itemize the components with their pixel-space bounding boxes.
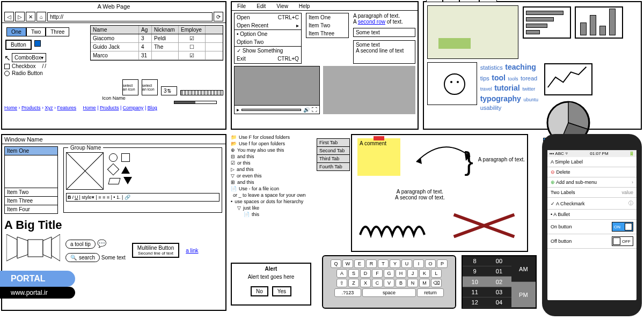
vtab[interactable]: Third Tab <box>317 154 350 163</box>
nav-link[interactable]: Blog <box>148 105 157 110</box>
col-age[interactable]: Ag <box>139 26 152 34</box>
key[interactable]: ⌫ <box>431 279 442 287</box>
button[interactable]: Button <box>5 40 32 50</box>
key[interactable]: H <box>396 269 406 278</box>
key[interactable]: V <box>384 279 394 287</box>
nav-link[interactable]: Company <box>123 105 144 110</box>
vtab[interactable]: Fourth Tab <box>317 162 350 171</box>
seek-bar[interactable] <box>241 109 301 111</box>
key[interactable]: K <box>419 269 430 278</box>
nav-link[interactable]: Home <box>83 105 96 110</box>
listbox[interactable]: Item One Item Two Item Three <box>306 13 349 38</box>
key[interactable]: Y <box>390 259 400 268</box>
dash-tab[interactable]: Two <box>443 0 459 2</box>
key[interactable]: E <box>354 259 365 268</box>
key[interactable]: O <box>425 259 436 268</box>
tree-item[interactable]: ☑ or this <box>231 160 311 166</box>
phone-list-item[interactable]: Off buttonOFF <box>547 234 636 249</box>
toggle[interactable]: ON <box>612 222 633 232</box>
dash-tab[interactable]: One <box>426 0 443 2</box>
tree-item[interactable]: ▽ or even this <box>231 173 311 179</box>
crumb[interactable]: Products <box>21 105 41 110</box>
menu-view[interactable]: View <box>271 2 294 10</box>
key[interactable]: N <box>407 279 418 287</box>
tag[interactable]: tutorial <box>494 84 519 92</box>
menu-item[interactable]: • Option One <box>235 30 301 38</box>
tree-item[interactable]: ⊞ and this <box>231 179 311 185</box>
picker-cell[interactable]: 12 <box>463 297 487 308</box>
play-icon[interactable]: ▸ <box>237 107 239 113</box>
multiline-button[interactable]: Multiline Button Second line of text <box>132 243 179 258</box>
key[interactable]: space <box>362 288 416 297</box>
key[interactable]: I <box>413 259 424 268</box>
back-icon[interactable]: ◁ <box>4 12 14 21</box>
tag[interactable]: tool <box>492 73 506 82</box>
list-item[interactable]: Item Four <box>5 205 57 213</box>
stepper[interactable]: 3⇅ <box>161 86 177 95</box>
key[interactable]: J <box>407 269 418 278</box>
phone-list-item[interactable]: On buttonON <box>547 220 636 234</box>
table-row[interactable]: Giacomo 3 Peldi ☑ <box>91 34 223 43</box>
picker-cell[interactable]: 02 <box>487 277 511 287</box>
picker-cell[interactable]: 8 <box>463 256 487 266</box>
tree-item[interactable]: 📁 Use F for closed folders <box>231 134 311 140</box>
picker-cell[interactable]: 10 <box>463 277 487 287</box>
tree-item[interactable]: or _ to leave a space for your own <box>231 192 311 198</box>
key[interactable]: B <box>396 279 406 287</box>
toggle[interactable]: OFF <box>612 236 633 246</box>
tree-item[interactable]: ⊟ and this <box>231 153 311 160</box>
tag[interactable]: tips <box>480 75 489 81</box>
menu-item[interactable]: ✓ Show Something <box>235 47 301 55</box>
picker-cell[interactable]: 9 <box>463 266 487 277</box>
menu-item[interactable]: Option Two <box>235 38 301 46</box>
tree-item[interactable]: • use spaces or dots for hierarchy <box>231 198 311 205</box>
fullscreen-icon[interactable]: ⛶ <box>312 107 317 113</box>
key[interactable]: T <box>378 259 389 268</box>
dash-tab[interactable]: Three <box>459 0 480 2</box>
phone-list-item[interactable]: ⊕ Add and sub-menu› <box>547 177 636 188</box>
table-row[interactable]: Guido Jack 4 The ☐ <box>91 43 223 51</box>
key[interactable]: .?123 <box>334 288 361 297</box>
picker-cell[interactable]: 11 <box>463 287 487 297</box>
map-widget[interactable] <box>427 5 518 59</box>
key[interactable]: X <box>360 279 371 287</box>
dash-tab[interactable]: Four <box>479 0 497 2</box>
tree-item[interactable]: ▽ just like <box>231 205 311 211</box>
icon-picker-button[interactable]: select an icon <box>122 79 138 95</box>
time-picker[interactable]: 891011120001020304AMPM <box>462 255 537 309</box>
list-item[interactable]: Item Two <box>306 21 348 29</box>
menu-file[interactable]: File <box>232 2 251 10</box>
key[interactable]: U <box>401 259 412 268</box>
yes-button[interactable]: Yes <box>272 286 291 296</box>
url-input[interactable]: http:// <box>47 12 213 21</box>
menu-help[interactable]: Help <box>294 2 316 10</box>
menu-item[interactable]: ExitCTRL+Q <box>235 55 301 63</box>
vtab[interactable]: First Tab <box>317 138 350 147</box>
key[interactable]: P <box>437 259 448 268</box>
tab-one[interactable]: One <box>6 27 26 36</box>
key[interactable]: W <box>342 259 353 268</box>
key[interactable]: M <box>419 279 430 287</box>
rich-text-toolbar[interactable]: B I U | style▾ | ≡ ≡ ≡ | • 1. | 🔗 <box>66 193 219 202</box>
tree-item[interactable]: 📄 Use - for a file icon <box>231 185 311 192</box>
list-item[interactable]: Item One <box>306 13 348 21</box>
go-icon[interactable]: ⟳ <box>214 12 223 21</box>
tag[interactable]: toread <box>521 75 537 81</box>
tag[interactable]: teaching <box>505 63 536 71</box>
col-emp[interactable]: Employe <box>179 26 206 34</box>
menu-item[interactable]: Open Recent▸ <box>235 21 301 29</box>
key[interactable]: G <box>384 269 394 278</box>
nav-link[interactable]: Products <box>100 105 119 110</box>
list-item[interactable]: Item Three <box>5 196 57 205</box>
key[interactable]: Z <box>348 279 359 287</box>
icon-picker-button[interactable]: select an icon <box>142 79 158 95</box>
list-item[interactable]: Item Three <box>306 29 348 38</box>
tag[interactable]: statistics <box>480 64 503 71</box>
key[interactable]: F <box>372 269 383 278</box>
volume-icon[interactable]: 🔊 <box>303 107 310 113</box>
tab-two[interactable]: Two <box>26 27 46 36</box>
tag[interactable]: typography <box>480 94 521 103</box>
search-input[interactable]: 🔍 search <box>65 253 100 262</box>
text-input[interactable]: Some text <box>353 28 415 37</box>
menu-item[interactable]: OpenCTRL+C <box>235 13 301 21</box>
